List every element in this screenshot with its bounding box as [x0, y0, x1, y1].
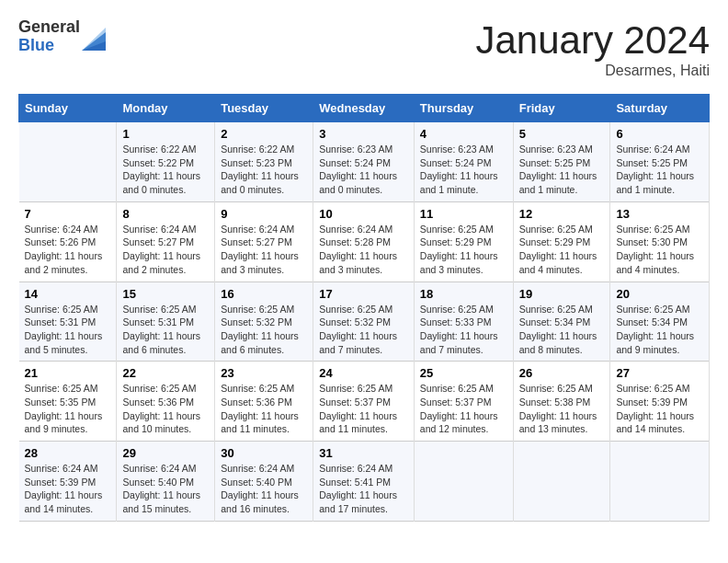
calendar-week-row: 1 Sunrise: 6:22 AMSunset: 5:22 PMDayligh… — [19, 122, 710, 202]
day-detail: Sunrise: 6:25 AMSunset: 5:31 PMDaylight:… — [122, 303, 209, 357]
day-detail: Sunrise: 6:25 AMSunset: 5:29 PMDaylight:… — [519, 223, 605, 277]
day-detail: Sunrise: 6:24 AMSunset: 5:25 PMDaylight:… — [616, 143, 703, 197]
day-number: 11 — [420, 207, 507, 221]
calendar-cell: 23 Sunrise: 6:25 AMSunset: 5:36 PMDaylig… — [215, 362, 313, 442]
calendar-cell: 3 Sunrise: 6:23 AMSunset: 5:24 PMDayligh… — [313, 122, 415, 202]
calendar-week-row: 21 Sunrise: 6:25 AMSunset: 5:35 PMDaylig… — [19, 362, 710, 442]
calendar-cell: 21 Sunrise: 6:25 AMSunset: 5:35 PMDaylig… — [19, 362, 117, 442]
calendar-cell: 27 Sunrise: 6:25 AMSunset: 5:39 PMDaylig… — [610, 362, 710, 442]
calendar-cell: 24 Sunrise: 6:25 AMSunset: 5:37 PMDaylig… — [313, 362, 415, 442]
day-detail: Sunrise: 6:25 AMSunset: 5:29 PMDaylight:… — [420, 223, 507, 277]
day-detail: Sunrise: 6:25 AMSunset: 5:35 PMDaylight:… — [25, 382, 111, 436]
day-detail: Sunrise: 6:25 AMSunset: 5:32 PMDaylight:… — [319, 303, 408, 357]
calendar-cell — [414, 442, 513, 522]
day-number: 27 — [616, 366, 703, 380]
weekday-header: Wednesday — [313, 95, 415, 122]
calendar-cell: 13 Sunrise: 6:25 AMSunset: 5:30 PMDaylig… — [610, 201, 710, 282]
day-number: 15 — [122, 287, 209, 301]
day-detail: Sunrise: 6:24 AMSunset: 5:26 PMDaylight:… — [25, 223, 111, 277]
calendar-cell: 29 Sunrise: 6:24 AMSunset: 5:40 PMDaylig… — [117, 442, 215, 522]
day-number: 20 — [616, 287, 703, 301]
calendar-cell — [19, 122, 117, 202]
day-number: 23 — [221, 366, 307, 380]
calendar-cell: 2 Sunrise: 6:22 AMSunset: 5:23 PMDayligh… — [215, 122, 313, 202]
day-number: 10 — [319, 207, 408, 221]
weekday-header: Sunday — [19, 95, 117, 122]
day-detail: Sunrise: 6:25 AMSunset: 5:31 PMDaylight:… — [25, 303, 111, 357]
calendar-cell: 19 Sunrise: 6:25 AMSunset: 5:34 PMDaylig… — [513, 282, 610, 362]
calendar-cell: 25 Sunrise: 6:25 AMSunset: 5:37 PMDaylig… — [414, 362, 513, 442]
day-detail: Sunrise: 6:25 AMSunset: 5:39 PMDaylight:… — [616, 382, 703, 436]
day-detail: Sunrise: 6:24 AMSunset: 5:40 PMDaylight:… — [221, 462, 307, 516]
day-number: 14 — [25, 287, 111, 301]
logo-icon — [82, 23, 106, 51]
day-number: 7 — [25, 207, 111, 221]
day-number: 9 — [221, 207, 307, 221]
calendar-cell: 8 Sunrise: 6:24 AMSunset: 5:27 PMDayligh… — [117, 201, 215, 282]
title-block: January 2024 Desarmes, Haiti — [475, 18, 710, 79]
day-detail: Sunrise: 6:24 AMSunset: 5:39 PMDaylight:… — [25, 462, 111, 516]
day-number: 17 — [319, 287, 408, 301]
calendar-cell: 12 Sunrise: 6:25 AMSunset: 5:29 PMDaylig… — [513, 201, 610, 282]
calendar-cell: 15 Sunrise: 6:25 AMSunset: 5:31 PMDaylig… — [117, 282, 215, 362]
logo-text: General Blue — [18, 18, 80, 55]
day-number: 31 — [319, 446, 408, 460]
day-number: 8 — [122, 207, 209, 221]
calendar-table: SundayMondayTuesdayWednesdayThursdayFrid… — [18, 94, 710, 522]
day-number: 12 — [519, 207, 605, 221]
day-detail: Sunrise: 6:25 AMSunset: 5:36 PMDaylight:… — [221, 382, 307, 436]
day-number: 16 — [221, 287, 307, 301]
day-number: 19 — [519, 287, 605, 301]
calendar-cell: 16 Sunrise: 6:25 AMSunset: 5:32 PMDaylig… — [215, 282, 313, 362]
day-detail: Sunrise: 6:24 AMSunset: 5:40 PMDaylight:… — [122, 462, 209, 516]
weekday-header: Thursday — [414, 95, 513, 122]
weekday-header: Saturday — [610, 95, 710, 122]
calendar-cell: 11 Sunrise: 6:25 AMSunset: 5:29 PMDaylig… — [414, 201, 513, 282]
logo-blue: Blue — [18, 37, 80, 55]
day-detail: Sunrise: 6:24 AMSunset: 5:27 PMDaylight:… — [221, 223, 307, 277]
calendar-cell: 18 Sunrise: 6:25 AMSunset: 5:33 PMDaylig… — [414, 282, 513, 362]
calendar-cell: 17 Sunrise: 6:25 AMSunset: 5:32 PMDaylig… — [313, 282, 415, 362]
day-number: 4 — [420, 127, 507, 141]
day-detail: Sunrise: 6:25 AMSunset: 5:37 PMDaylight:… — [420, 382, 507, 436]
day-detail: Sunrise: 6:24 AMSunset: 5:27 PMDaylight:… — [122, 223, 209, 277]
day-detail: Sunrise: 6:25 AMSunset: 5:34 PMDaylight:… — [616, 303, 703, 357]
calendar-cell: 31 Sunrise: 6:24 AMSunset: 5:41 PMDaylig… — [313, 442, 415, 522]
calendar-cell: 5 Sunrise: 6:23 AMSunset: 5:25 PMDayligh… — [513, 122, 610, 202]
calendar-week-row: 28 Sunrise: 6:24 AMSunset: 5:39 PMDaylig… — [19, 442, 710, 522]
logo: General Blue — [18, 18, 106, 55]
calendar-cell: 9 Sunrise: 6:24 AMSunset: 5:27 PMDayligh… — [215, 201, 313, 282]
day-number: 5 — [519, 127, 605, 141]
day-number: 24 — [319, 366, 408, 380]
calendar-cell — [610, 442, 710, 522]
weekday-header-row: SundayMondayTuesdayWednesdayThursdayFrid… — [19, 95, 710, 122]
calendar-week-row: 14 Sunrise: 6:25 AMSunset: 5:31 PMDaylig… — [19, 282, 710, 362]
day-detail: Sunrise: 6:23 AMSunset: 5:24 PMDaylight:… — [420, 143, 507, 197]
calendar-cell: 20 Sunrise: 6:25 AMSunset: 5:34 PMDaylig… — [610, 282, 710, 362]
day-detail: Sunrise: 6:24 AMSunset: 5:41 PMDaylight:… — [319, 462, 408, 516]
day-number: 29 — [122, 446, 209, 460]
weekday-header: Monday — [117, 95, 215, 122]
day-number: 6 — [616, 127, 703, 141]
month-title: January 2024 — [475, 18, 710, 63]
day-number: 2 — [221, 127, 307, 141]
day-detail: Sunrise: 6:23 AMSunset: 5:25 PMDaylight:… — [519, 143, 605, 197]
calendar-cell: 30 Sunrise: 6:24 AMSunset: 5:40 PMDaylig… — [215, 442, 313, 522]
calendar-cell: 14 Sunrise: 6:25 AMSunset: 5:31 PMDaylig… — [19, 282, 117, 362]
day-number: 28 — [25, 446, 111, 460]
day-detail: Sunrise: 6:25 AMSunset: 5:33 PMDaylight:… — [420, 303, 507, 357]
day-number: 13 — [616, 207, 703, 221]
day-detail: Sunrise: 6:25 AMSunset: 5:38 PMDaylight:… — [519, 382, 605, 436]
day-number: 22 — [122, 366, 209, 380]
day-detail: Sunrise: 6:25 AMSunset: 5:30 PMDaylight:… — [616, 223, 703, 277]
day-number: 1 — [122, 127, 209, 141]
location: Desarmes, Haiti — [475, 63, 710, 79]
calendar-cell: 22 Sunrise: 6:25 AMSunset: 5:36 PMDaylig… — [117, 362, 215, 442]
day-number: 18 — [420, 287, 507, 301]
day-detail: Sunrise: 6:22 AMSunset: 5:22 PMDaylight:… — [122, 143, 209, 197]
page-header: General Blue January 2024 Desarmes, Hait… — [18, 18, 710, 79]
calendar-cell: 4 Sunrise: 6:23 AMSunset: 5:24 PMDayligh… — [414, 122, 513, 202]
day-number: 26 — [519, 366, 605, 380]
day-detail: Sunrise: 6:25 AMSunset: 5:32 PMDaylight:… — [221, 303, 307, 357]
weekday-header: Friday — [513, 95, 610, 122]
